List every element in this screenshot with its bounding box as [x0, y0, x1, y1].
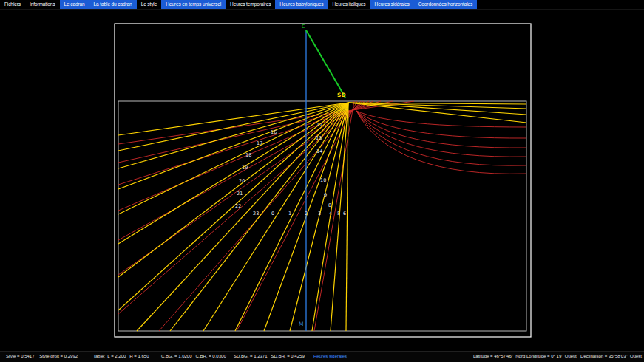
- hour-label: 4: [329, 211, 332, 216]
- sundial-app-window: { "menu": { "items": [ {"label": "Fichie…: [0, 0, 644, 362]
- red-coordinate-curve: [356, 111, 526, 157]
- menu-item-coordonn-es-horizontales[interactable]: Coordonnées horizontales: [414, 0, 477, 9]
- status-segment-table-l: Table: L = 2,200 H = 1,650: [93, 352, 149, 361]
- status-segment-longitude: Longitude = 0° 19'_Ouest: [526, 352, 577, 361]
- menu-item-heures-temporaires[interactable]: Heures temporaires: [226, 0, 275, 9]
- hour-label: 9: [324, 192, 327, 198]
- status-segment-c-bg: C.BG. = 1,0200 C.BH. = 0,0300: [161, 352, 226, 361]
- menu-item-heures-sid-rales[interactable]: Heures sidérales: [370, 0, 414, 9]
- hour-label: 23: [253, 211, 259, 216]
- status-segment-latitude: Latitude = 46°57'46"_Nord: [473, 352, 525, 361]
- hour-label: 22: [235, 203, 241, 209]
- menu-item-informations[interactable]: Informations: [25, 0, 60, 9]
- red-coordinate-curve: [356, 111, 526, 148]
- style-line: [306, 30, 345, 98]
- red-coordinate-curve: [356, 111, 526, 174]
- red-coordinate-line: [118, 101, 369, 240]
- hour-label: 0: [271, 211, 274, 216]
- red-coordinate-curve: [356, 111, 526, 138]
- hour-label: 3: [318, 211, 321, 216]
- status-segment-style: Style = 0,5417 Style droit = 0,2992: [6, 352, 78, 361]
- hour-label: 19: [242, 165, 248, 171]
- hour-label: 20: [239, 178, 245, 184]
- menu-item-le-style[interactable]: Le style: [137, 0, 162, 9]
- hour-label: 16: [271, 129, 277, 135]
- hour-label: 14: [316, 148, 322, 154]
- menu-item-la-table-du-cadran[interactable]: La table du cadran: [89, 0, 137, 9]
- hour-label: 5: [337, 211, 340, 216]
- menu-item-fichiers[interactable]: Fichiers: [0, 0, 25, 9]
- hour-label: 6: [343, 211, 346, 216]
- hour-label: 18: [245, 152, 251, 158]
- substyle-label: SD: [337, 92, 346, 98]
- sidereal-hour-line: [203, 103, 348, 331]
- menu-item-le-cadran[interactable]: Le cadran: [60, 0, 89, 9]
- style-origin-label: C: [302, 24, 305, 30]
- hour-label: 8: [328, 202, 331, 208]
- menu-bar: FichiersInformationsLe cadranLa table du…: [0, 0, 644, 10]
- hour-label: 17: [257, 140, 262, 146]
- hour-label: 10: [320, 177, 326, 183]
- drawing-area: 161718192021222301234561213141098SDMC: [0, 0, 644, 362]
- status-segment-d-clinaison: Déclinaison = 35°58'03"_Ouest: [580, 352, 642, 361]
- hour-label: 1: [288, 211, 291, 216]
- meridian-label: M: [299, 321, 303, 327]
- hour-label: 13: [316, 135, 322, 141]
- hour-label: 21: [237, 191, 243, 197]
- hour-label: 12: [316, 122, 322, 128]
- status-segment-sd-bg: SD.BG. = 1,2371 SD.BH. = 0,4259: [234, 352, 305, 361]
- menu-item-heures-en-temps-universel[interactable]: Heures en temps universel: [161, 0, 226, 9]
- status-bar: Style = 0,5417 Style droit = 0,2992Table…: [0, 351, 644, 362]
- menu-item-heures-italiques[interactable]: Heures italiques: [328, 0, 370, 9]
- sidereal-hour-line: [118, 103, 348, 277]
- status-active-mode: Heures sidérales: [313, 352, 347, 361]
- sidereal-hour-line: [118, 103, 348, 310]
- sidereal-hour-line: [346, 103, 348, 331]
- hour-label: 2: [305, 211, 308, 216]
- sundial-plot: 161718192021222301234561213141098SDMC: [0, 0, 644, 362]
- menu-item-heures-babyloniques[interactable]: Heures babyloniques: [275, 0, 328, 9]
